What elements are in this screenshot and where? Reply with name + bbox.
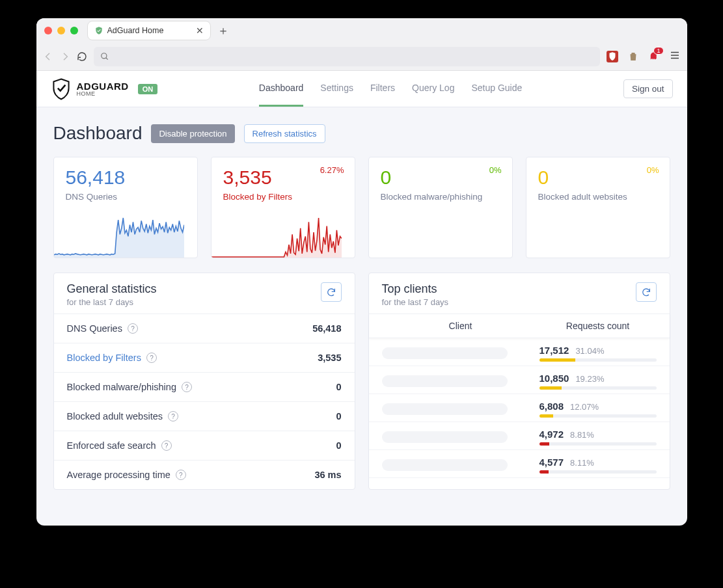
minimize-window-icon[interactable] — [57, 27, 65, 34]
requests-cell: 6,808 12.07% — [539, 401, 657, 418]
request-count: 4,577 — [539, 457, 564, 468]
card-label: Blocked by Filters — [223, 192, 343, 202]
stat-label: DNS Queries ? — [67, 323, 138, 334]
refresh-icon — [641, 287, 651, 297]
help-icon[interactable]: ? — [168, 411, 178, 421]
back-icon[interactable] — [43, 51, 53, 62]
sign-out-button[interactable]: Sign out — [623, 79, 673, 98]
request-percent: 31.04% — [575, 346, 604, 356]
card-dns-queries[interactable]: 56,418 DNS Queries — [53, 157, 198, 258]
stat-row: DNS Queries ? 56,418 — [54, 314, 355, 343]
panel-header: General statistics for the last 7 days — [54, 273, 355, 314]
hamburger-menu-icon[interactable] — [669, 49, 681, 64]
browser-chrome: AdGuard Home ✕ ＋ — [36, 18, 687, 71]
help-icon[interactable]: ? — [182, 382, 192, 392]
stat-label: Blocked malware/phishing ? — [67, 382, 192, 392]
client-row[interactable]: 4,577 8.11% — [369, 450, 670, 478]
refresh-panel-button[interactable] — [636, 282, 657, 302]
stat-row: Blocked adult websites ? 0 — [54, 401, 355, 431]
request-bar — [539, 414, 657, 418]
logo[interactable]: ADGUARD HOME — [51, 77, 129, 101]
reload-icon[interactable] — [77, 51, 87, 62]
nav-filters[interactable]: Filters — [370, 71, 395, 107]
stat-value: 0 — [336, 411, 341, 421]
request-bar — [539, 470, 657, 474]
nav-dashboard[interactable]: Dashboard — [259, 71, 304, 107]
card-pct: 6.27% — [320, 165, 344, 175]
card-value: 0 — [381, 167, 500, 188]
panel-subtitle: for the last 7 days — [382, 297, 449, 307]
nav-settings[interactable]: Settings — [320, 71, 353, 107]
stat-label: Average processing time ? — [67, 470, 186, 480]
request-count: 6,808 — [539, 401, 564, 412]
requests-cell: 4,577 8.11% — [539, 457, 657, 474]
card-blocked-malware[interactable]: 0% 0 Blocked malware/phishing — [368, 157, 513, 258]
help-icon[interactable]: ? — [176, 470, 186, 480]
request-count: 4,972 — [539, 429, 564, 440]
stat-label[interactable]: Blocked by Filters ? — [67, 353, 157, 363]
card-blocked-filters[interactable]: 6.27% 3,535 Blocked by Filters — [211, 157, 355, 258]
help-icon[interactable]: ? — [128, 323, 138, 334]
maximize-window-icon[interactable] — [70, 27, 78, 34]
ghostery-extension-icon[interactable]: 1 — [648, 51, 660, 62]
main-nav: Dashboard Settings Filters Query Log Set… — [167, 71, 614, 107]
stat-row: Blocked by Filters ? 3,535 — [54, 343, 355, 372]
close-tab-icon[interactable]: ✕ — [196, 25, 204, 36]
page-title-row: Dashboard Disable protection Refresh sta… — [53, 123, 670, 144]
trash-extension-icon[interactable] — [627, 51, 639, 62]
tab-bar: AdGuard Home ✕ ＋ — [36, 18, 687, 43]
logo-text: ADGUARD HOME — [77, 81, 129, 97]
request-count: 10,850 — [539, 373, 569, 384]
requests-cell: 10,850 19.23% — [539, 373, 657, 390]
help-icon[interactable]: ? — [161, 440, 172, 451]
client-row[interactable]: 10,850 19.23% — [369, 366, 670, 394]
panel-general-statistics: General statistics for the last 7 days D… — [53, 273, 355, 490]
tab-title: AdGuard Home — [107, 26, 192, 35]
nav-querylog[interactable]: Query Log — [412, 71, 454, 107]
client-row[interactable]: 6,808 12.07% — [369, 394, 670, 422]
stat-label: Blocked adult websites ? — [67, 411, 179, 421]
help-icon[interactable]: ? — [146, 353, 157, 363]
browser-tab[interactable]: AdGuard Home ✕ — [87, 21, 211, 40]
page-body: Dashboard Disable protection Refresh sta… — [36, 107, 687, 526]
ublock-icon[interactable] — [607, 51, 618, 62]
clients-table-header: Client Requests count — [369, 314, 670, 338]
client-row[interactable]: 4,972 8.81% — [369, 422, 670, 450]
card-blocked-adult[interactable]: 0% 0 Blocked adult websites — [526, 157, 670, 258]
stat-row: Blocked malware/phishing ? 0 — [54, 372, 355, 401]
stat-value: 36 ms — [314, 470, 341, 480]
adguard-logo-icon — [51, 77, 72, 101]
client-name-redacted — [382, 403, 508, 415]
extension-icons: 1 — [607, 49, 681, 64]
address-input[interactable] — [94, 47, 600, 66]
forward-icon[interactable] — [60, 51, 70, 62]
request-percent: 8.11% — [570, 458, 594, 468]
card-label: Blocked malware/phishing — [381, 192, 500, 202]
refresh-panel-button[interactable] — [321, 282, 342, 302]
app-header: ADGUARD HOME ON Dashboard Settings Filte… — [36, 71, 687, 107]
window-controls — [44, 27, 78, 34]
col-requests: Requests count — [539, 321, 657, 331]
refresh-statistics-button[interactable]: Refresh statistics — [244, 124, 325, 143]
new-tab-button[interactable]: ＋ — [217, 23, 229, 38]
disable-protection-button[interactable]: Disable protection — [151, 124, 234, 143]
card-label: Blocked adult websites — [538, 192, 658, 202]
col-client: Client — [382, 321, 539, 331]
nav-setup-guide[interactable]: Setup Guide — [471, 71, 522, 107]
close-window-icon[interactable] — [44, 27, 52, 34]
blocked-sparkline — [211, 217, 342, 258]
adguard-favicon-icon — [94, 26, 103, 35]
svg-point-0 — [101, 53, 106, 59]
stat-value: 56,418 — [312, 323, 341, 334]
requests-cell: 17,512 31.04% — [539, 345, 657, 362]
stat-label: Enforced safe search ? — [67, 440, 172, 451]
request-percent: 19.23% — [575, 374, 604, 384]
client-row[interactable]: 17,512 31.04% — [369, 338, 670, 366]
request-count: 17,512 — [539, 345, 569, 356]
address-bar-row: 1 — [36, 43, 687, 70]
card-pct: 0% — [647, 165, 659, 175]
card-label: DNS Queries — [66, 192, 185, 202]
request-bar — [539, 386, 657, 390]
brand-subtitle: HOME — [77, 91, 129, 97]
card-value: 0 — [538, 167, 658, 188]
